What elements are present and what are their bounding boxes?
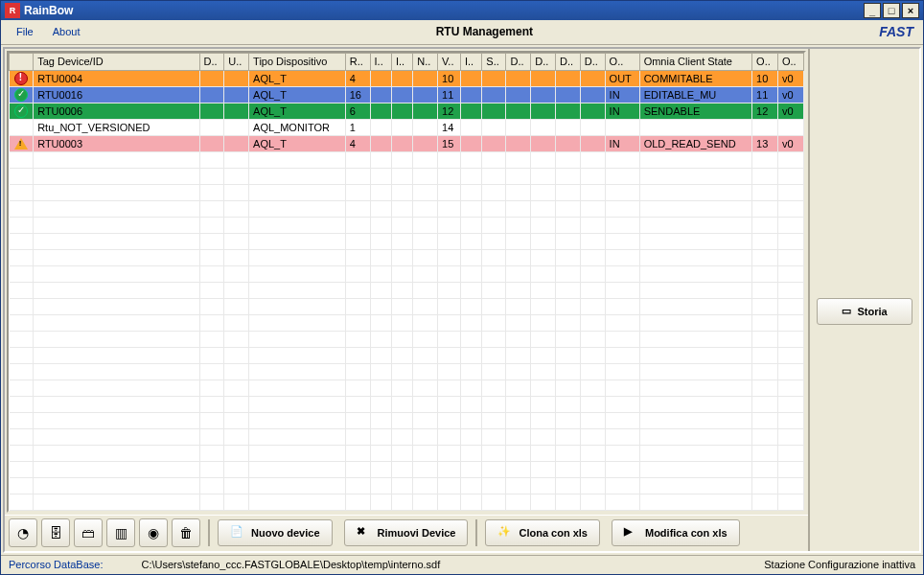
column-header[interactable]: I..	[461, 53, 482, 70]
column-header[interactable]: I..	[391, 53, 412, 70]
column-header[interactable]: D..	[531, 53, 556, 70]
cell[interactable]: v0	[777, 135, 803, 151]
cell[interactable]	[413, 70, 438, 86]
cell[interactable]: v0	[777, 70, 803, 86]
column-header[interactable]: N..	[413, 53, 438, 70]
cell[interactable]	[605, 119, 639, 135]
cell[interactable]: 11	[438, 86, 461, 103]
cell[interactable]: IN	[605, 103, 639, 119]
cell[interactable]	[506, 103, 531, 119]
cell[interactable]	[506, 86, 531, 103]
remove-device-button[interactable]: ✖ Rimuovi Device	[344, 519, 469, 546]
cell[interactable]: 16	[345, 86, 370, 103]
minimize-button[interactable]: _	[864, 3, 881, 18]
cell[interactable]	[556, 70, 581, 86]
cell[interactable]	[531, 103, 556, 119]
cell[interactable]	[580, 119, 605, 135]
cell[interactable]: v0	[777, 86, 803, 103]
column-header[interactable]: V..	[438, 53, 461, 70]
cell[interactable]: AQL_T	[249, 86, 346, 103]
cell[interactable]	[461, 70, 482, 86]
cell[interactable]: RTU0016	[34, 86, 199, 103]
cell[interactable]: 14	[438, 119, 461, 135]
cell[interactable]	[391, 70, 412, 86]
cell[interactable]	[413, 103, 438, 119]
column-header[interactable]: U..	[224, 53, 249, 70]
cell[interactable]: COMMITABLE	[639, 70, 751, 86]
cell[interactable]	[224, 135, 249, 151]
cell[interactable]	[580, 86, 605, 103]
table-row[interactable]: RTU0006AQL_T612INSENDABLE12v0	[10, 103, 804, 119]
cell[interactable]	[199, 119, 224, 135]
column-header[interactable]: R..	[345, 53, 370, 70]
cell[interactable]	[413, 119, 438, 135]
cell[interactable]: RTU0003	[34, 135, 199, 151]
cell[interactable]: AQL_T	[249, 70, 346, 86]
cell[interactable]	[391, 103, 412, 119]
cell[interactable]	[482, 86, 506, 103]
cell[interactable]: Rtu_NOT_VERSIONED	[34, 119, 199, 135]
cell[interactable]	[413, 86, 438, 103]
cell[interactable]	[413, 135, 438, 151]
device-grid[interactable]: Tag Device/IDD..U..Tipo DispositivoR..I.…	[7, 51, 806, 513]
cell[interactable]	[391, 119, 412, 135]
cell[interactable]	[482, 103, 506, 119]
cell[interactable]	[461, 103, 482, 119]
cell[interactable]	[531, 135, 556, 151]
cell[interactable]	[461, 86, 482, 103]
cell[interactable]	[391, 135, 412, 151]
cell[interactable]	[482, 119, 506, 135]
cell[interactable]: IN	[605, 135, 639, 151]
cell[interactable]: 10	[438, 70, 461, 86]
cell[interactable]: 6	[345, 103, 370, 119]
cell[interactable]	[199, 103, 224, 119]
menu-file[interactable]: File	[7, 24, 43, 39]
cell[interactable]	[224, 103, 249, 119]
menu-about[interactable]: About	[43, 24, 90, 39]
cell[interactable]: EDITABLE_MU	[639, 86, 751, 103]
cell[interactable]: AQL_MONITOR	[249, 119, 346, 135]
cell[interactable]	[370, 135, 391, 151]
cell[interactable]: SENDABLE	[639, 103, 751, 119]
cell[interactable]	[482, 135, 506, 151]
cell[interactable]: RTU0006	[34, 103, 199, 119]
cell[interactable]	[224, 119, 249, 135]
tool-db-refresh-icon[interactable]: 🗄	[41, 518, 70, 547]
cell[interactable]	[580, 70, 605, 86]
column-header[interactable]: O..	[752, 53, 778, 70]
cell[interactable]	[482, 70, 506, 86]
column-header[interactable]: Tag Device/ID	[34, 53, 199, 70]
column-header[interactable]: S..	[482, 53, 506, 70]
cell[interactable]: IN	[605, 86, 639, 103]
cell[interactable]	[506, 70, 531, 86]
cell[interactable]	[556, 86, 581, 103]
modify-xls-button[interactable]: ▶ Modifica con xls	[612, 519, 740, 546]
cell[interactable]	[199, 86, 224, 103]
tool-db-delete-icon[interactable]: 🗑	[172, 518, 200, 547]
new-device-button[interactable]: 📄 Nuovo device	[218, 519, 333, 546]
column-header[interactable]: O..	[777, 53, 803, 70]
column-header[interactable]: D..	[506, 53, 531, 70]
cell[interactable]	[506, 135, 531, 151]
column-header[interactable]: Tipo Dispositivo	[249, 53, 346, 70]
table-row[interactable]: RTU0004AQL_T410OUTCOMMITABLE10v0	[10, 70, 804, 86]
cell[interactable]	[391, 86, 412, 103]
cell[interactable]	[199, 70, 224, 86]
column-header[interactable]: D..	[556, 53, 581, 70]
column-header[interactable]: I..	[370, 53, 391, 70]
table-row[interactable]: RTU0003AQL_T415INOLD_READ_SEND13v0	[10, 135, 804, 151]
cell[interactable]	[461, 135, 482, 151]
cell[interactable]	[531, 119, 556, 135]
cell[interactable]	[531, 86, 556, 103]
cell[interactable]	[752, 119, 778, 135]
cell[interactable]: AQL_T	[249, 103, 346, 119]
cell[interactable]: 11	[752, 86, 778, 103]
tool-sync-icon[interactable]: ◉	[139, 518, 168, 547]
tool-select-icon[interactable]: ◔	[9, 518, 37, 547]
tool-window-icon[interactable]: ▥	[106, 518, 135, 547]
cell[interactable]: RTU0004	[34, 70, 199, 86]
tool-db-icon[interactable]: 🗃	[74, 518, 103, 547]
column-header[interactable]: D..	[580, 53, 605, 70]
cell[interactable]: OLD_READ_SEND	[639, 135, 751, 151]
cell[interactable]	[777, 119, 803, 135]
